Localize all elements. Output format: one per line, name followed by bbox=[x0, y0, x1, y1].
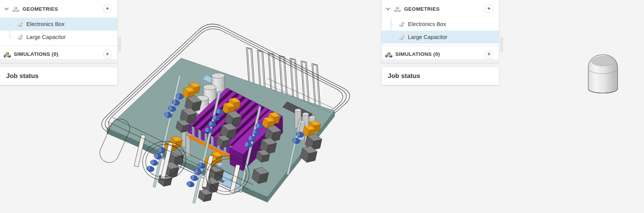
simulations-cubes-icon bbox=[385, 50, 393, 58]
add-simulation-button[interactable]: + bbox=[103, 50, 112, 59]
tree-item-large-capacitor[interactable]: Large Capacitor bbox=[0, 31, 117, 44]
simulations-label: SIMULATIONS (0) bbox=[395, 51, 440, 57]
tree-item-label: Electronics Box bbox=[408, 21, 446, 27]
tree-item-electronics-box[interactable]: Electronics Box bbox=[382, 18, 499, 31]
panel-resize-grip-left[interactable] bbox=[118, 37, 121, 52]
chevron-down-icon[interactable] bbox=[385, 6, 391, 11]
panel-resize-grip-right[interactable] bbox=[500, 37, 503, 52]
geometry-part-icon bbox=[17, 21, 23, 28]
job-status-section[interactable]: Job status bbox=[0, 67, 117, 85]
large-capacitor-model[interactable] bbox=[588, 55, 618, 93]
job-status-section[interactable]: Job status bbox=[382, 67, 499, 85]
geometry-part-icon bbox=[398, 34, 405, 41]
simulations-label: SIMULATIONS (0) bbox=[14, 51, 58, 57]
geometry-part-icon bbox=[17, 34, 23, 41]
geometries-header[interactable]: GEOMETRIES + bbox=[0, 0, 117, 18]
tree-item-label: Large Capacitor bbox=[26, 34, 66, 40]
geometries-label: GEOMETRIES bbox=[23, 6, 58, 12]
add-geometry-button[interactable]: + bbox=[485, 5, 493, 13]
simulations-header[interactable]: SIMULATIONS (0) + bbox=[382, 46, 499, 62]
geometry-part-icon bbox=[398, 21, 405, 28]
tree-card: GEOMETRIES + Electronics Box Large Capac… bbox=[382, 0, 499, 63]
simulations-header[interactable]: SIMULATIONS (0) + bbox=[0, 46, 117, 62]
geometries-header[interactable]: GEOMETRIES + bbox=[382, 0, 499, 18]
add-simulation-button[interactable]: + bbox=[485, 50, 493, 59]
tree-card: GEOMETRIES + Electronics Box Large Capac… bbox=[0, 0, 117, 63]
tree-item-electronics-box[interactable]: Electronics Box bbox=[0, 18, 117, 31]
simulations-cubes-icon bbox=[3, 50, 11, 58]
capacitor-top-face bbox=[592, 57, 615, 66]
chevron-down-icon[interactable] bbox=[4, 6, 9, 11]
panel-fade-dots bbox=[0, 59, 117, 62]
geometries-cubes-icon bbox=[12, 5, 19, 13]
tree-item-large-capacitor[interactable]: Large Capacitor bbox=[382, 31, 499, 44]
electronics-box-model[interactable] bbox=[97, 24, 350, 206]
job-status-label: Job status bbox=[388, 72, 420, 80]
add-geometry-button[interactable]: + bbox=[103, 5, 112, 13]
panel-fade-dots bbox=[382, 59, 499, 62]
geometries-cubes-icon bbox=[393, 5, 401, 13]
geometries-label: GEOMETRIES bbox=[404, 6, 440, 12]
tree-item-label: Large Capacitor bbox=[408, 34, 447, 40]
tree-item-label: Electronics Box bbox=[26, 21, 65, 27]
job-status-label: Job status bbox=[6, 72, 39, 80]
